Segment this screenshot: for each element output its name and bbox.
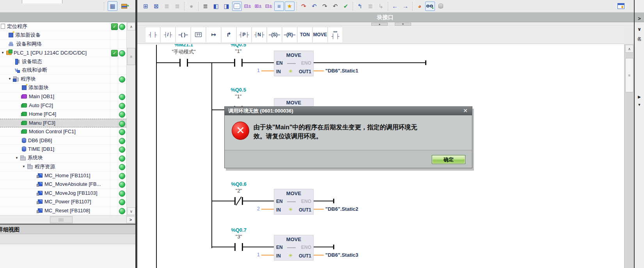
delete-network-icon[interactable]: ⊠: [151, 2, 161, 11]
ok-button[interactable]: 确定: [432, 155, 465, 164]
absolute-operands-icon[interactable]: ≡: [274, 2, 284, 11]
tree-item-project-root[interactable]: 定位程序: [0, 22, 126, 31]
data-block-freeze-icon[interactable]: [436, 2, 445, 11]
coil-button[interactable]: –( )–: [176, 27, 191, 43]
tree-item-time-db1[interactable]: TIME [DB1]: [0, 145, 126, 154]
snapshot-load-icon[interactable]: ↶: [330, 2, 340, 11]
move-block[interactable]: MOVE EN ENO IN ✳ OUT1: [274, 189, 314, 215]
editor-vertical-scrollbar[interactable]: ∧ ≡: [624, 44, 634, 268]
operand-name[interactable]: "3": [236, 234, 242, 240]
panel-expand-icon[interactable]: >: [635, 16, 644, 21]
move-button[interactable]: MOVE: [312, 27, 328, 43]
open-branch-button[interactable]: ↦: [206, 27, 221, 43]
operand-tag-icon[interactable]: ⊟±: [264, 2, 273, 11]
close-branch-button[interactable]: ↱: [221, 27, 236, 43]
panel-tab-label[interactable]: 名: [635, 36, 644, 42]
setpoint-rows-icon[interactable]: ≣: [365, 2, 375, 11]
tree-item-mc-power[interactable]: MC_Power [FB1107]: [0, 197, 126, 206]
split-editor-icon[interactable]: [617, 3, 624, 9]
marker-play-icon[interactable]: ▶: [635, 95, 644, 99]
in-value[interactable]: 2: [253, 206, 260, 212]
tree-item-devices-networks[interactable]: 品 设备和网络: [0, 40, 126, 49]
snapshot-save-icon[interactable]: ↷: [320, 2, 330, 11]
operand-name[interactable]: "手动模式": [172, 48, 195, 55]
tree-item-program-resources[interactable]: ▼ 程序资源: [0, 162, 126, 171]
jump-forward-icon[interactable]: →: [401, 2, 410, 11]
tree-item-mc-moveabsolute[interactable]: MC_MoveAbsolute [FB...: [0, 180, 126, 189]
close-icon[interactable]: ✕: [461, 108, 469, 114]
panel-collapse-icon[interactable]: ∨: [635, 26, 644, 32]
scrollbar-thumb[interactable]: ||||: [50, 216, 73, 223]
tree-item-add-device[interactable]: 添加新设备: [0, 31, 126, 40]
operand-name[interactable]: "1": [235, 48, 241, 54]
move-block[interactable]: MOVE EN ENO IN ✳ OUT1: [274, 235, 314, 261]
tree-item-motion-control-fc1[interactable]: Motion Control [FC1]: [0, 127, 126, 136]
prev-setpoint-icon[interactable]: ↰: [355, 2, 365, 11]
set-coil-button[interactable]: –(S)–: [267, 27, 282, 43]
operand-address[interactable]: %Q0.5: [231, 87, 246, 93]
interface-expand-icon[interactable]: ▲: [371, 23, 388, 26]
jump-back-icon[interactable]: ←: [390, 2, 400, 11]
grid-view-icon[interactable]: ▦: [108, 1, 117, 11]
operand-address[interactable]: %Q0.5: [231, 44, 246, 48]
table-export-icon[interactable]: [119, 1, 129, 11]
operand-comment-icon[interactable]: ⊞±: [253, 2, 263, 11]
undo-change-icon[interactable]: ↶: [309, 2, 319, 11]
operand-name[interactable]: "2": [236, 188, 242, 194]
network-title-toggle-icon[interactable]: ◨: [222, 2, 231, 11]
insert-row-icon[interactable]: ≣: [162, 2, 172, 11]
tree-item-db6[interactable]: DB6 [DB6]: [0, 136, 126, 145]
in-value[interactable]: 1: [253, 67, 260, 73]
no-contact[interactable]: [234, 59, 243, 67]
tree-item-auto-fc2[interactable]: Auto [FC2]: [0, 101, 126, 110]
tree-item-add-block[interactable]: 添加新块: [0, 84, 126, 93]
marker-down-icon[interactable]: ▼: [635, 103, 644, 107]
scroll-up-icon[interactable]: ∧: [127, 23, 135, 30]
comment-bubble-icon[interactable]: …: [232, 2, 242, 11]
interface-collapse-icon[interactable]: ▼: [395, 23, 411, 26]
scroll-up-icon[interactable]: ∧: [625, 45, 633, 53]
tree-item-system-blocks[interactable]: ▼ 系统块: [0, 154, 126, 163]
modify-value-icon[interactable]: ✳: [289, 207, 293, 212]
consistency-check-icon[interactable]: ✔: [341, 2, 351, 11]
favorites-pane-icon[interactable]: ★: [285, 2, 295, 11]
contact-nc-button[interactable]: ┤/├: [160, 27, 176, 43]
expander-icon[interactable]: ▼: [15, 156, 20, 160]
program-status-icon[interactable]: ◕: [415, 2, 424, 11]
expand-all-networks-icon[interactable]: ≣: [200, 2, 210, 11]
in-value[interactable]: 1: [253, 252, 260, 257]
dialog-titlebar[interactable]: 调用环境无效 (0601:000036) ✕: [225, 107, 472, 115]
scroll-right-icon[interactable]: >: [126, 216, 135, 223]
tree-item-device-config[interactable]: 设备组态: [0, 57, 126, 66]
operand-address[interactable]: %Q0.7: [231, 227, 247, 233]
tree-item-mc-reset[interactable]: MC_Reset [FB1108]: [0, 206, 126, 215]
contact-n-button[interactable]: ┤N├: [252, 27, 267, 43]
block-interface-header[interactable]: 块接口: [137, 12, 644, 22]
tree-item-mc-movejog[interactable]: MC_MoveJog [FB1103]: [0, 189, 126, 198]
out-operand[interactable]: "DB6".Static3: [325, 252, 358, 258]
operand-address[interactable]: %Q0.6: [231, 181, 247, 187]
tree-item-plc1[interactable]: ▼ PLC_1 [CPU 1214C DC/DC/DC]: [0, 49, 126, 58]
scrollbar-thumb[interactable]: ≡: [127, 48, 135, 65]
modify-value-icon[interactable]: ✳: [289, 69, 293, 74]
expander-icon[interactable]: ▼: [22, 165, 27, 168]
tree-item-online-diagnostics[interactable]: V 在线和诊断: [0, 66, 126, 75]
next-setpoint-icon[interactable]: ↳: [376, 2, 386, 11]
collapse-title-icon[interactable]: ◧: [211, 2, 221, 11]
empty-box-button[interactable]: ??: [191, 27, 206, 43]
tree-item-main-ob1[interactable]: Main [OB1]: [0, 92, 126, 101]
reset-coil-button[interactable]: –(R)–: [282, 27, 297, 43]
tree-item-manu-fc3[interactable]: Manu [FC3]: [0, 119, 126, 128]
ton-timer-button[interactable]: TON: [297, 27, 312, 43]
operand-name[interactable]: "1": [235, 93, 241, 99]
insert-row-after-icon[interactable]: ≣: [172, 2, 182, 11]
out-operand[interactable]: "DB6".Static2: [325, 206, 358, 212]
compare-contact-button[interactable]: == ┤ ├: [328, 27, 343, 43]
discard-change-icon[interactable]: ↷: [299, 2, 309, 11]
tree-item-program-blocks[interactable]: ▼ 程序块: [0, 75, 126, 84]
no-contact[interactable]: [179, 59, 188, 67]
operand-address[interactable]: %M21.1: [174, 44, 193, 48]
scrollbar-thumb[interactable]: ≡: [625, 58, 633, 92]
tree-horizontal-scrollbar[interactable]: |||| >: [0, 215, 135, 224]
monitoring-icon[interactable]: ▸: [425, 2, 435, 11]
